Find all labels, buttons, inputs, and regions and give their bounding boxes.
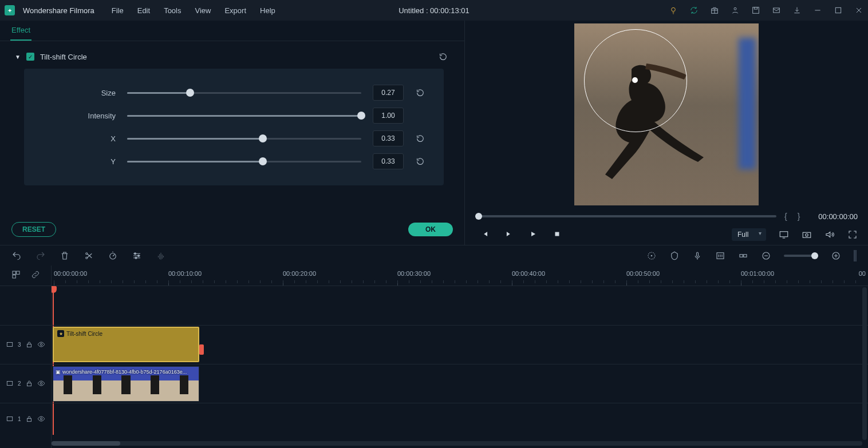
reset-button[interactable]: RESET bbox=[11, 222, 56, 237]
svg-rect-3 bbox=[753, 7, 759, 14]
manage-tracks-icon[interactable] bbox=[11, 270, 21, 281]
svg-rect-6 bbox=[835, 7, 841, 13]
effect-reset-icon[interactable] bbox=[437, 50, 449, 63]
track-type-icon bbox=[6, 340, 14, 350]
zoom-slider[interactable] bbox=[784, 255, 818, 257]
mixer-icon[interactable] bbox=[715, 251, 725, 261]
prev-frame-button[interactable] bbox=[481, 230, 489, 240]
svg-rect-35 bbox=[27, 418, 31, 421]
voiceover-icon[interactable] bbox=[692, 251, 703, 261]
svg-rect-28 bbox=[7, 342, 12, 346]
track-visibility-icon[interactable] bbox=[37, 379, 45, 388]
close-icon[interactable] bbox=[854, 6, 863, 15]
split-icon[interactable] bbox=[84, 251, 94, 261]
param-value-x[interactable]: 0.33 bbox=[373, 130, 404, 146]
mail-icon[interactable] bbox=[772, 6, 781, 15]
track-lock-icon[interactable] bbox=[25, 415, 33, 424]
param-label: Intensity bbox=[41, 112, 127, 120]
adjust-icon[interactable] bbox=[132, 251, 142, 261]
svg-point-36 bbox=[41, 418, 43, 420]
render-icon[interactable] bbox=[646, 251, 657, 261]
sync-icon[interactable] bbox=[689, 6, 699, 15]
speed-icon[interactable] bbox=[108, 251, 118, 261]
download-icon[interactable] bbox=[792, 6, 802, 15]
timeline-toolbar bbox=[0, 245, 868, 265]
snap-icon[interactable] bbox=[738, 251, 748, 261]
timeline-scrollbar-v[interactable] bbox=[862, 287, 867, 440]
track-1[interactable] bbox=[52, 403, 868, 435]
playback-time: 00:00:00:00 bbox=[818, 212, 858, 221]
collapse-icon[interactable]: ▼ bbox=[15, 54, 21, 60]
stop-button[interactable] bbox=[553, 230, 561, 240]
track-type-icon bbox=[6, 379, 14, 388]
param-slider-size[interactable] bbox=[127, 87, 361, 98]
param-slider-y[interactable] bbox=[127, 156, 361, 167]
next-frame-button[interactable] bbox=[505, 230, 513, 240]
svg-rect-31 bbox=[7, 381, 12, 385]
redo-icon[interactable] bbox=[35, 251, 46, 261]
effect-clip[interactable]: ★Tilt-shift Circle bbox=[53, 327, 199, 362]
track-lock-icon[interactable] bbox=[25, 340, 33, 350]
gift-icon[interactable] bbox=[710, 6, 719, 15]
maximize-icon[interactable] bbox=[834, 6, 843, 15]
svg-rect-8 bbox=[780, 232, 788, 237]
svg-point-14 bbox=[135, 252, 136, 254]
param-reset-icon[interactable] bbox=[414, 86, 427, 99]
timeline-ruler[interactable]: 0000:00:00:0000:00:10:0000:00:20:0000:00… bbox=[52, 265, 868, 286]
track-2[interactable]: ▣wondershare-4f0778bf-8130-4fb0-b75d-217… bbox=[52, 364, 868, 403]
param-value-y[interactable]: 0.33 bbox=[373, 153, 404, 169]
zoom-out-icon[interactable] bbox=[761, 251, 771, 261]
snapshot-icon[interactable] bbox=[802, 229, 812, 240]
account-icon[interactable] bbox=[731, 6, 740, 15]
zoom-in-icon[interactable] bbox=[831, 251, 841, 261]
undo-icon[interactable] bbox=[11, 251, 22, 261]
playback-scrubber[interactable] bbox=[475, 215, 776, 217]
volume-icon[interactable] bbox=[824, 229, 835, 240]
param-reset-icon[interactable] bbox=[414, 132, 427, 145]
param-value-size[interactable]: 0.27 bbox=[373, 85, 404, 101]
zoom-fit-icon[interactable] bbox=[854, 250, 857, 261]
param-reset-icon[interactable] bbox=[414, 155, 427, 168]
display-quality-icon[interactable] bbox=[779, 229, 789, 240]
tilt-shift-center[interactable] bbox=[632, 77, 638, 83]
svg-point-15 bbox=[138, 255, 140, 256]
marker-icon[interactable] bbox=[669, 251, 680, 261]
track-visibility-icon[interactable] bbox=[37, 415, 45, 424]
link-tracks-icon[interactable] bbox=[31, 270, 40, 281]
clip-edge-handle[interactable] bbox=[199, 344, 204, 355]
minimize-icon[interactable] bbox=[813, 6, 822, 15]
save-icon[interactable] bbox=[751, 6, 760, 15]
timeline-scrollbar-h[interactable] bbox=[52, 441, 862, 446]
track-visibility-icon[interactable] bbox=[37, 340, 45, 350]
tab-effect[interactable]: Effect bbox=[10, 21, 31, 41]
param-slider-intensity[interactable] bbox=[127, 110, 361, 121]
param-value-intensity[interactable]: 1.00 bbox=[373, 108, 404, 124]
menu-bar: File Edit Tools View Export Help bbox=[112, 6, 275, 15]
svg-point-12 bbox=[86, 257, 88, 259]
effect-panel: Effect ▼ ✓ Tilt-shift Circle Size 0.27 I… bbox=[0, 21, 465, 245]
effect-checkbox[interactable]: ✓ bbox=[26, 53, 34, 61]
delete-icon[interactable] bbox=[60, 251, 70, 261]
ok-button[interactable]: OK bbox=[408, 223, 453, 236]
track-header-3: 3 bbox=[0, 325, 51, 364]
menu-edit[interactable]: Edit bbox=[137, 6, 150, 15]
play-button[interactable] bbox=[529, 230, 537, 240]
track-3[interactable]: ★Tilt-shift Circle bbox=[52, 325, 868, 364]
video-clip[interactable]: ▣wondershare-4f0778bf-8130-4fb0-b75d-217… bbox=[53, 366, 199, 402]
menu-help[interactable]: Help bbox=[260, 6, 275, 15]
fullscreen-icon[interactable] bbox=[847, 229, 858, 240]
app-name: Wondershare Filmora bbox=[23, 6, 94, 15]
preview-video[interactable] bbox=[574, 23, 759, 205]
audio-icon[interactable] bbox=[156, 251, 166, 261]
menu-tools[interactable]: Tools bbox=[164, 6, 181, 15]
menu-file[interactable]: File bbox=[112, 6, 124, 15]
param-slider-x[interactable] bbox=[127, 133, 361, 144]
app-logo: ✦ bbox=[5, 5, 15, 15]
track-lock-icon[interactable] bbox=[25, 379, 33, 388]
tips-icon[interactable] bbox=[669, 6, 678, 15]
display-mode-select[interactable]: Full bbox=[732, 228, 766, 241]
menu-view[interactable]: View bbox=[195, 6, 211, 15]
svg-point-2 bbox=[734, 7, 736, 10]
menu-export[interactable]: Export bbox=[224, 6, 246, 15]
film-icon: ▣ bbox=[56, 369, 61, 375]
